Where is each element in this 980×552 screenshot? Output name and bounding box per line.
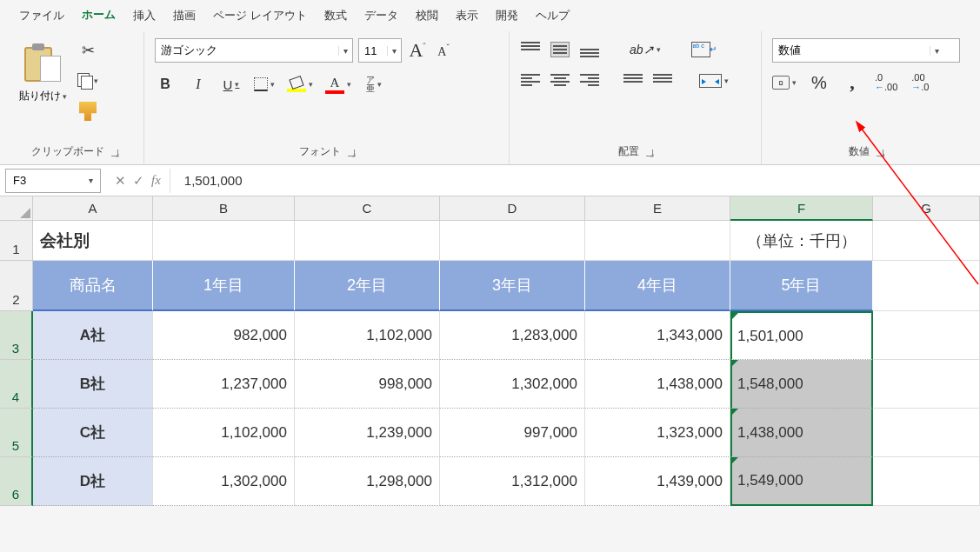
merge-button[interactable] [699, 70, 729, 92]
wrap-text-button[interactable] [690, 38, 711, 61]
cell-G2[interactable] [873, 261, 980, 311]
row-header-4[interactable]: 4 [0, 360, 33, 409]
col-header-G[interactable]: G [873, 196, 980, 221]
underline-button[interactable]: U [221, 73, 242, 96]
cell-E1[interactable] [585, 221, 730, 261]
menu-help[interactable]: ヘルプ [527, 4, 578, 29]
cell-C6[interactable]: 1,298,000 [295, 457, 440, 506]
orientation-button[interactable]: ab↗ [630, 38, 661, 61]
col-header-C[interactable]: C [295, 196, 440, 221]
insert-function-button[interactable]: fx [151, 173, 161, 188]
cell-D5[interactable]: 997,000 [440, 409, 585, 457]
menu-draw[interactable]: 描画 [164, 4, 204, 29]
menu-data[interactable]: データ [356, 4, 407, 29]
cell-C2[interactable]: 2年目 [295, 261, 440, 311]
align-top-button[interactable] [520, 38, 541, 61]
cell-D4[interactable]: 1,302,000 [440, 360, 585, 409]
col-header-F[interactable]: F [730, 196, 873, 221]
menu-file[interactable]: ファイル [10, 4, 73, 29]
cell-G1[interactable] [873, 221, 980, 261]
row-header-1[interactable]: 1 [0, 221, 33, 261]
align-center-button[interactable] [550, 70, 570, 92]
align-bottom-button[interactable] [579, 38, 600, 61]
cell-F3[interactable]: 1,501,000 [730, 311, 873, 360]
row-header-3[interactable]: 3 [0, 311, 33, 360]
cell-F4[interactable]: 1,548,000 [730, 360, 873, 409]
cell-F1[interactable]: （単位：千円） [730, 221, 873, 261]
menu-home[interactable]: ホーム [73, 3, 124, 30]
cell-B4[interactable]: 1,237,000 [153, 360, 295, 409]
cell-A4[interactable]: B社 [33, 360, 153, 409]
cell-A5[interactable]: C社 [33, 409, 153, 457]
cell-G3[interactable] [873, 311, 980, 360]
font-launcher-icon[interactable] [346, 148, 355, 156]
decrease-decimal-button[interactable]: .00→.0 [910, 71, 930, 94]
cell-B5[interactable]: 1,102,000 [153, 409, 295, 457]
align-right-button[interactable] [579, 70, 600, 92]
menu-view[interactable]: 表示 [447, 4, 487, 29]
cell-F5[interactable]: 1,438,000 [730, 409, 873, 457]
cell-G6[interactable] [873, 457, 980, 506]
menu-review[interactable]: 校閲 [407, 4, 447, 29]
cell-C3[interactable]: 1,102,000 [295, 311, 440, 360]
border-button[interactable] [254, 73, 275, 96]
accounting-format-button[interactable]: ¤ [772, 71, 797, 94]
phonetic-button[interactable]: ア 亜 [363, 73, 384, 96]
cell-C1[interactable] [295, 221, 440, 261]
cell-B6[interactable]: 1,302,000 [153, 457, 295, 506]
cell-D3[interactable]: 1,283,000 [440, 311, 585, 360]
cell-G5[interactable] [873, 409, 980, 457]
clipboard-launcher-icon[interactable] [110, 148, 118, 156]
decrease-indent-button[interactable] [623, 70, 643, 92]
cell-E4[interactable]: 1,438,000 [585, 360, 730, 409]
cell-B2[interactable]: 1年目 [153, 261, 295, 311]
font-name-combo[interactable]: ▾ [155, 38, 353, 63]
cell-A1[interactable]: 会社別 [33, 221, 153, 261]
number-format-combo[interactable]: ▾ [772, 38, 960, 63]
number-format-input[interactable] [773, 44, 930, 57]
number-launcher-icon[interactable] [875, 148, 883, 156]
cell-A3[interactable]: A社 [33, 311, 153, 360]
font-size-input[interactable] [359, 44, 387, 57]
cell-E3[interactable]: 1,343,000 [585, 311, 730, 360]
font-name-input[interactable] [156, 44, 338, 57]
bold-button[interactable]: B [155, 73, 176, 96]
col-header-B[interactable]: B [153, 196, 295, 221]
cell-D6[interactable]: 1,312,000 [440, 457, 585, 506]
formula-input[interactable]: 1,501,000 [174, 173, 980, 188]
cell-E2[interactable]: 4年目 [585, 261, 730, 311]
menu-page-layout[interactable]: ページ レイアウト [204, 4, 316, 29]
cell-A2[interactable]: 商品名 [33, 261, 153, 311]
increase-indent-button[interactable] [652, 70, 673, 92]
cell-E5[interactable]: 1,323,000 [585, 409, 730, 457]
decrease-font-button[interactable]: Aˇ [433, 39, 454, 62]
cell-D1[interactable] [440, 221, 585, 261]
align-middle-button[interactable] [550, 38, 570, 61]
font-color-button[interactable]: A [325, 73, 351, 96]
menu-developer[interactable]: 開発 [487, 4, 527, 29]
percent-button[interactable]: % [809, 71, 830, 94]
comma-button[interactable]: , [842, 71, 863, 94]
cell-G4[interactable] [873, 360, 980, 409]
cancel-button[interactable]: ✕ [115, 173, 126, 189]
font-size-combo[interactable]: ▾ [358, 38, 402, 63]
alignment-launcher-icon[interactable] [644, 148, 653, 156]
cell-B3[interactable]: 982,000 [153, 311, 295, 360]
format-painter-button[interactable] [77, 101, 98, 122]
row-header-2[interactable]: 2 [0, 261, 33, 311]
cell-C5[interactable]: 1,239,000 [295, 409, 440, 457]
row-header-6[interactable]: 6 [0, 457, 33, 506]
cell-E6[interactable]: 1,439,000 [585, 457, 730, 506]
fill-color-button[interactable] [287, 73, 313, 96]
col-header-D[interactable]: D [440, 196, 585, 221]
enter-button[interactable]: ✓ [133, 173, 144, 189]
increase-decimal-button[interactable]: .0←.00 [875, 71, 897, 94]
paste-button[interactable]: 貼り付け▾ [16, 38, 70, 107]
menu-insert[interactable]: 挿入 [124, 4, 164, 29]
copy-button[interactable] [77, 70, 98, 92]
row-header-5[interactable]: 5 [0, 409, 33, 457]
col-header-E[interactable]: E [585, 196, 730, 221]
menu-formulas[interactable]: 数式 [316, 4, 356, 29]
cut-button[interactable]: ✂ [77, 40, 98, 61]
cell-B1[interactable] [153, 221, 295, 261]
